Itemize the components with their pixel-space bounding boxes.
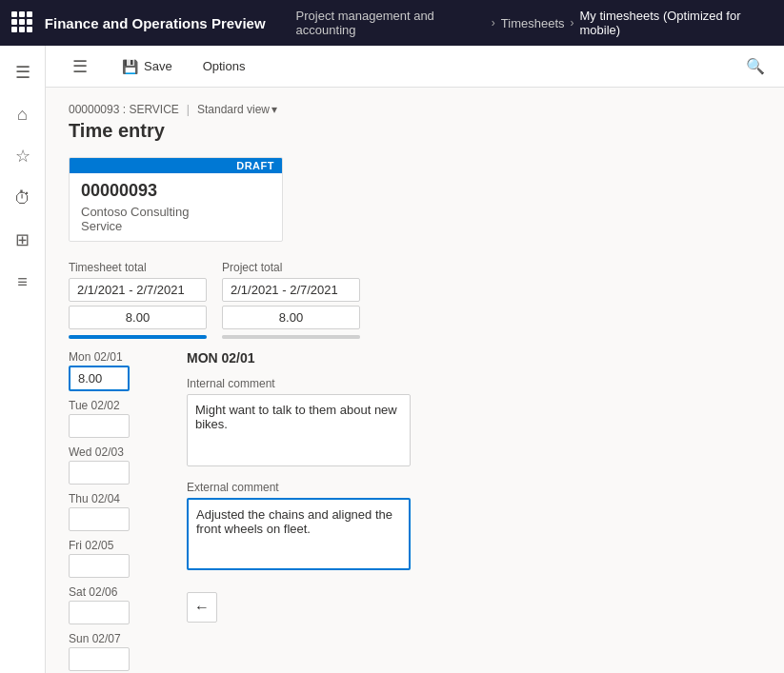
page-breadcrumb: 00000093 : SERVICE | Standard view ▾ [69, 103, 761, 116]
timesheet-total-label: Timesheet total [69, 261, 207, 274]
project-progress-bar-container [222, 335, 360, 339]
chevron-down-icon: ▾ [271, 103, 277, 116]
project-total-value[interactable] [222, 306, 360, 329]
day-label-sun: Sun 02/07 [69, 632, 164, 645]
project-total-group: Project total [222, 261, 360, 339]
project-progress-bar [222, 335, 360, 339]
project-card-body: 00000093 Contoso Consulting Service [70, 173, 282, 241]
save-button[interactable]: 💾 Save [114, 55, 180, 78]
day-row-thu: Thu 02/04 [69, 492, 164, 531]
options-label: Options [203, 59, 246, 73]
hamburger-icon: ☰ [69, 52, 91, 81]
back-button[interactable]: ← [187, 592, 217, 623]
top-bar: Finance and Operations Preview Project m… [0, 0, 784, 46]
page-title: Time entry [69, 120, 761, 142]
view-selector[interactable]: Standard view ▾ [197, 103, 277, 116]
project-id: 00000093 [81, 181, 271, 201]
internal-comment-section: Internal comment Might want to talk to t… [187, 377, 761, 469]
hamburger-button[interactable]: ☰ [61, 49, 99, 85]
view-selector-label: Standard view [197, 103, 270, 116]
timesheet-total-value[interactable] [69, 306, 207, 329]
timesheet-total-date-range[interactable] [69, 278, 207, 302]
totals-row: Timesheet total Project total [69, 261, 761, 339]
sidebar-home-icon[interactable]: ⌂ [4, 95, 42, 133]
project-type: Service [81, 219, 271, 233]
day-input-mon[interactable] [69, 366, 130, 391]
save-icon: 💾 [122, 59, 138, 74]
breadcrumb-sep-1: › [492, 16, 495, 30]
sidebar-list-icon[interactable]: ≡ [4, 263, 42, 301]
sidebar-clock-icon[interactable]: ⏱ [4, 179, 42, 217]
project-total-date-range[interactable] [222, 278, 360, 302]
timesheet-total-group: Timesheet total [69, 261, 207, 339]
breadcrumb-sep-2: › [571, 16, 574, 30]
day-row-sat: Sat 02/06 [69, 585, 164, 624]
detail-panel: MON 02/01 Internal comment Might want to… [187, 350, 761, 671]
day-row-tue: Tue 02/02 [69, 399, 164, 438]
day-row-wed: Wed 02/03 [69, 445, 164, 485]
search-button[interactable]: 🔍 [742, 53, 769, 80]
project-status-badge: DRAFT [70, 158, 282, 173]
breadcrumb-item-1[interactable]: Project management and accounting [296, 9, 486, 37]
days-list: Mon 02/01 Tue 02/02 Wed 02/03 [69, 350, 164, 671]
day-label-mon: Mon 02/01 [69, 350, 164, 364]
day-input-tue[interactable] [69, 414, 130, 438]
day-label-fri: Fri 02/05 [69, 539, 164, 552]
timesheet-progress-bar [69, 335, 207, 339]
project-name: Contoso Consulting [81, 205, 271, 219]
day-input-fri[interactable] [69, 554, 130, 578]
day-input-thu[interactable] [69, 507, 130, 531]
sidebar-hamburger-icon[interactable]: ☰ [4, 53, 42, 91]
page-breadcrumb-id: 00000093 : SERVICE [69, 103, 179, 116]
sidebar: ☰ ⌂ ☆ ⏱ ⊞ ≡ [0, 46, 46, 673]
day-row-mon: Mon 02/01 [69, 350, 164, 391]
breadcrumb-sep: | [187, 103, 190, 116]
detail-date-header: MON 02/01 [187, 350, 761, 366]
breadcrumb-item-3: My timesheets (Optimized for mobile) [580, 9, 774, 37]
breadcrumb: Project management and accounting › Time… [296, 9, 773, 37]
save-label: Save [144, 59, 172, 73]
sidebar-grid-icon[interactable]: ⊞ [4, 221, 42, 259]
search-icon: 🔍 [746, 57, 765, 75]
external-comment-textarea[interactable]: Adjusted the chains and aligned the fron… [187, 498, 411, 570]
day-input-wed[interactable] [69, 461, 130, 485]
content-area: 00000093 : SERVICE | Standard view ▾ Tim… [46, 88, 784, 673]
project-total-label: Project total [222, 261, 360, 274]
external-comment-section: External comment Adjusted the chains and… [187, 481, 761, 573]
day-label-wed: Wed 02/03 [69, 445, 164, 459]
timesheet-progress-bar-container [69, 335, 207, 339]
sidebar-star-icon[interactable]: ☆ [4, 137, 42, 175]
back-arrow-icon: ← [194, 599, 210, 616]
project-card: DRAFT 00000093 Contoso Consulting Servic… [69, 157, 283, 242]
toolbar: ☰ 💾 Save Options 🔍 [46, 46, 784, 88]
day-row-sun: Sun 02/07 [69, 632, 164, 671]
day-input-sat[interactable] [69, 601, 130, 624]
internal-comment-label: Internal comment [187, 377, 761, 390]
internal-comment-textarea[interactable]: Might want to talk to them about new bik… [187, 394, 411, 466]
main-area: ☰ 💾 Save Options 🔍 00000093 : SERVICE | … [46, 46, 784, 673]
day-label-sat: Sat 02/06 [69, 585, 164, 599]
day-row-fri: Fri 02/05 [69, 539, 164, 578]
days-section: Mon 02/01 Tue 02/02 Wed 02/03 [69, 350, 761, 671]
options-button[interactable]: Options [195, 55, 253, 77]
app-title: Finance and Operations Preview [45, 15, 266, 31]
app-menu-icon[interactable] [11, 11, 33, 34]
day-label-thu: Thu 02/04 [69, 492, 164, 505]
day-input-sun[interactable] [69, 647, 130, 671]
day-label-tue: Tue 02/02 [69, 399, 164, 412]
external-comment-label: External comment [187, 481, 761, 494]
breadcrumb-item-2[interactable]: Timesheets [501, 16, 565, 30]
